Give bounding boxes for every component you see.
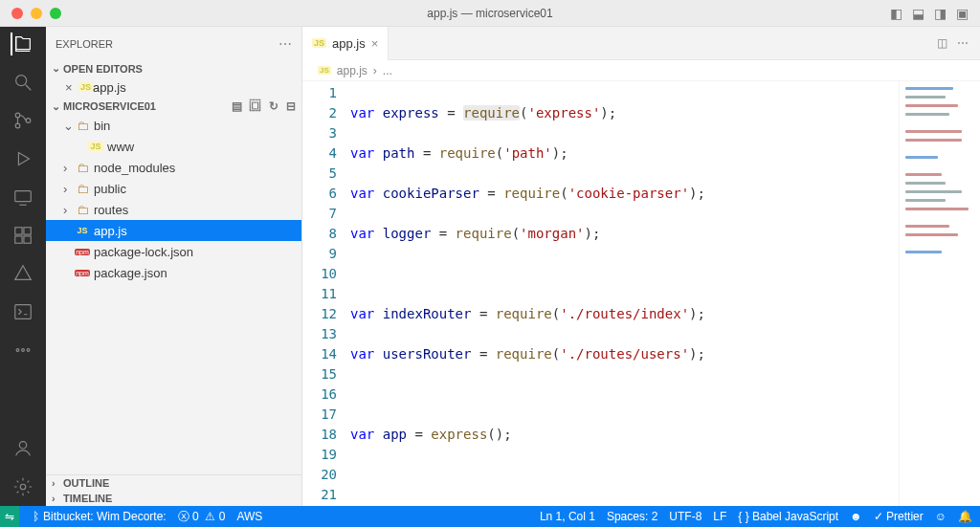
folder-public[interactable]: ›🗀public (46, 178, 301, 199)
status-bell-icon[interactable]: 🔔 (958, 510, 972, 523)
extensions-icon[interactable] (11, 224, 34, 247)
folder-icon: 🗀 (75, 161, 90, 175)
file-package-json[interactable]: npmpackage.json (46, 262, 301, 283)
source-control-icon[interactable] (11, 109, 34, 132)
run-debug-icon[interactable] (11, 147, 34, 170)
breadcrumb[interactable]: JS app.js › ... (302, 60, 980, 81)
layout-right-icon[interactable]: ◨ (934, 6, 947, 21)
new-file-icon[interactable]: ▤ (232, 99, 242, 113)
open-editors-label: OPEN EDITORS (63, 63, 143, 75)
layout-grid-icon[interactable]: ▣ (956, 6, 969, 21)
status-aws[interactable]: AWS (236, 510, 262, 523)
outline-section[interactable]: ›OUTLINE (46, 475, 301, 491)
project-label: MICROSERVICE01 (63, 100, 156, 112)
status-copilot-icon[interactable]: ☻ (850, 510, 862, 523)
project-section[interactable]: ⌄MICROSERVICE01 ▤ ⿴ ↻ ⊟ (46, 98, 301, 115)
editor-area: JS app.js × ◫ ⋯ JS app.js › ... 12345678… (302, 27, 980, 506)
chevron-right-icon: › (52, 493, 61, 504)
breadcrumb-rest: ... (383, 64, 392, 77)
settings-gear-icon[interactable] (11, 475, 34, 498)
folder-routes[interactable]: ›🗀routes (46, 199, 301, 220)
window-title: app.js — microservice01 (427, 7, 552, 20)
status-indentation[interactable]: Spaces: 2 (607, 510, 657, 523)
open-editor-filename: app.js (93, 80, 126, 95)
svg-rect-7 (15, 236, 22, 243)
tab-app-js[interactable]: JS app.js × (302, 27, 389, 60)
file-label: app.js (94, 224, 127, 238)
new-folder-icon[interactable]: ⿴ (250, 99, 261, 113)
editor-more-icon[interactable]: ⋯ (957, 36, 969, 50)
file-www[interactable]: JSwww (46, 136, 301, 157)
svg-rect-8 (24, 236, 31, 243)
refresh-icon[interactable]: ↻ (269, 99, 278, 113)
outline-label: OUTLINE (63, 477, 109, 489)
svg-rect-9 (15, 305, 32, 319)
folder-label: routes (94, 203, 128, 217)
accounts-icon[interactable] (11, 437, 34, 460)
chevron-down-icon: ⌄ (52, 100, 61, 113)
code-content[interactable]: var express = require('express'); var pa… (350, 81, 899, 506)
js-file-icon: JS (318, 66, 331, 75)
svg-point-12 (27, 349, 30, 352)
status-language[interactable]: { } Babel JavaScript (738, 510, 838, 523)
folder-label: public (94, 182, 126, 196)
open-editor-item[interactable]: × JS app.js (46, 77, 301, 98)
line-number-gutter: 123456789101112131415161718192021 (302, 81, 350, 506)
svg-point-1 (15, 113, 20, 118)
editor-tabs: JS app.js × ◫ ⋯ (302, 27, 980, 60)
split-editor-icon[interactable]: ◫ (937, 36, 947, 50)
remote-explorer-icon[interactable] (11, 186, 34, 209)
chevron-down-icon: ⌄ (52, 62, 61, 75)
status-feedback-icon[interactable]: ☺ (935, 510, 947, 523)
layout-left-icon[interactable]: ◧ (890, 6, 902, 21)
js-file-icon: JS (88, 142, 103, 151)
folder-icon: 🗀 (75, 203, 90, 217)
svg-point-13 (19, 442, 26, 449)
aws-icon[interactable] (11, 262, 34, 285)
status-bar: ⇋ ᛒBitbucket: Wim Decorte: ⓧ 0 ⚠ 0 AWS L… (0, 506, 980, 527)
status-bitbucket[interactable]: ᛒBitbucket: Wim Decorte: (33, 510, 167, 523)
title-bar: app.js — microservice01 ◧ ⬓ ◨ ▣ (0, 0, 980, 27)
status-prettier[interactable]: ✓ Prettier (874, 510, 924, 523)
window-close-icon[interactable] (11, 8, 23, 19)
explorer-icon[interactable] (11, 33, 33, 55)
layout-bottom-icon[interactable]: ⬓ (912, 6, 924, 21)
chevron-right-icon: › (63, 182, 73, 196)
explorer-more-icon[interactable]: ⋯ (278, 36, 292, 52)
open-editors-section[interactable]: ⌄ OPEN EDITORS (46, 60, 301, 77)
timeline-section[interactable]: ›TIMELINE (46, 491, 301, 506)
file-label: www (107, 140, 134, 154)
chevron-right-icon: › (373, 64, 377, 77)
remote-indicator-icon[interactable]: ⇋ (0, 506, 19, 527)
close-tab-icon[interactable]: × (371, 36, 379, 51)
explorer-title: EXPLORER (56, 38, 113, 50)
folder-node-modules[interactable]: ›🗀node_modules (46, 157, 301, 178)
breadcrumb-file: app.js (337, 64, 368, 77)
status-eol[interactable]: LF (713, 510, 726, 523)
close-icon[interactable]: × (65, 80, 78, 95)
chevron-right-icon: › (52, 477, 61, 489)
terminal-icon[interactable] (11, 300, 34, 323)
code-editor[interactable]: 123456789101112131415161718192021 var ex… (302, 81, 980, 506)
window-zoom-icon[interactable] (50, 8, 61, 19)
more-icon[interactable] (11, 339, 34, 362)
file-package-lock[interactable]: npmpackage-lock.json (46, 241, 301, 262)
svg-rect-4 (15, 191, 32, 202)
window-minimize-icon[interactable] (31, 8, 42, 19)
activity-bar (0, 27, 46, 506)
js-file-icon: JS (78, 82, 93, 92)
status-problems[interactable]: ⓧ 0 ⚠ 0 (178, 509, 226, 525)
timeline-label: TIMELINE (63, 493, 112, 504)
svg-point-2 (15, 123, 20, 128)
status-encoding[interactable]: UTF-8 (669, 510, 702, 523)
folder-bin[interactable]: ⌄🗀bin (46, 115, 301, 136)
svg-point-11 (22, 349, 25, 352)
search-icon[interactable] (11, 71, 34, 94)
tab-label: app.js (332, 36, 366, 51)
collapse-all-icon[interactable]: ⊟ (286, 99, 296, 113)
file-tree: ⌄🗀bin JSwww ›🗀node_modules ›🗀public ›🗀ro… (46, 115, 301, 283)
file-app-js[interactable]: JSapp.js (46, 220, 301, 241)
svg-point-14 (20, 484, 26, 490)
status-cursor-position[interactable]: Ln 1, Col 1 (540, 510, 595, 523)
minimap[interactable] (899, 81, 980, 506)
